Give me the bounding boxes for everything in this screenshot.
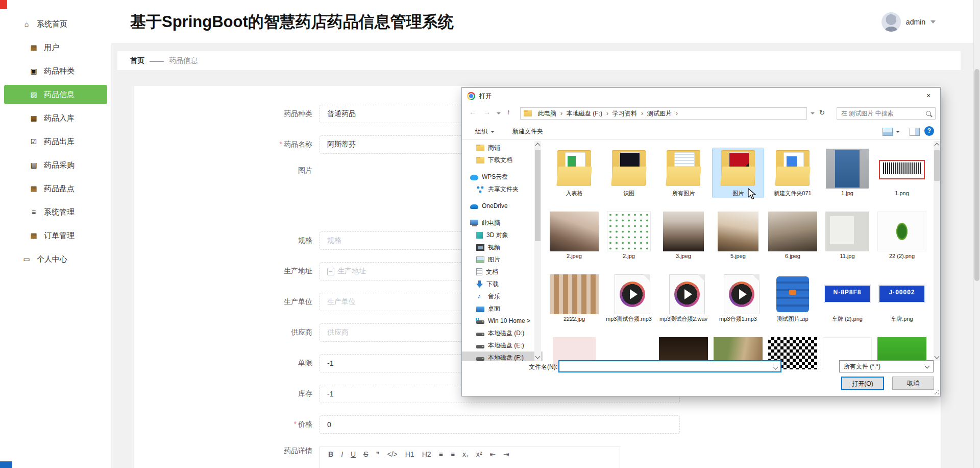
tree-item[interactable]: 商铺: [462, 142, 543, 154]
address-segment-chevron[interactable]: ›: [674, 110, 680, 117]
tree-item[interactable]: 本地磁盘 (D:): [462, 327, 543, 339]
address-segment-chevron[interactable]: ›: [604, 110, 610, 117]
editor-tool-button[interactable]: ≡: [439, 450, 443, 458]
forward-arrow-icon[interactable]: →: [483, 108, 491, 116]
tree-item[interactable]: Win 10 Home >: [462, 315, 543, 327]
address-segment-chevron[interactable]: ›: [639, 110, 645, 117]
address-segment-label[interactable]: 本地磁盘 (F:): [565, 109, 604, 118]
editor-tool-button[interactable]: ≡: [451, 450, 455, 458]
open-button[interactable]: 打开(O): [841, 377, 884, 390]
scrollbar-thumb[interactable]: [535, 150, 541, 241]
page-scrollbar[interactable]: [973, 0, 980, 468]
tree-item[interactable]: 视频: [462, 241, 543, 253]
tree-scrollbar[interactable]: [534, 141, 541, 361]
help-icon[interactable]: ?: [924, 126, 934, 136]
tree-item[interactable]: 3D 对象: [462, 229, 543, 241]
file-item[interactable]: 3.jpeg: [658, 211, 709, 261]
file-item[interactable]: mp3测试音频.mp3: [603, 274, 654, 323]
file-item[interactable]: mp3音频1.mp3: [713, 274, 764, 323]
file-item[interactable]: 11.jpg: [822, 211, 873, 261]
editor-tool-button[interactable]: x₁: [462, 450, 469, 458]
file-item[interactable]: J·00002 车牌.png: [876, 274, 927, 323]
tree-item[interactable]: 本地磁盘 (E:): [462, 339, 543, 352]
up-arrow-icon[interactable]: ↑: [507, 108, 510, 116]
thumbnail-view-icon[interactable]: [883, 128, 893, 136]
scroll-up-icon[interactable]: [935, 143, 940, 148]
file-item[interactable]: 新建文件夹071: [767, 148, 818, 198]
editor-tool-button[interactable]: B: [328, 450, 333, 458]
editor-tool-button[interactable]: x²: [476, 450, 482, 458]
tree-item[interactable]: 图片: [462, 253, 543, 266]
editor-tool-button[interactable]: ⇤: [489, 450, 496, 458]
breadcrumb-home[interactable]: 首页: [130, 56, 144, 65]
sidebar-item[interactable]: ▤ 药品采购: [4, 155, 107, 175]
address-dropdown-chevron-icon[interactable]: [811, 112, 815, 114]
file-item[interactable]: 1.png: [876, 148, 927, 198]
address-segment-chevron[interactable]: ›: [558, 110, 565, 117]
chevron-down-icon[interactable]: [773, 365, 778, 370]
tree-item[interactable]: 此电脑: [462, 217, 543, 229]
sidebar-item[interactable]: ▦ 药品入库: [4, 108, 107, 128]
preview-pane-icon[interactable]: [910, 128, 920, 136]
scroll-down-icon[interactable]: [935, 354, 940, 359]
close-icon[interactable]: ×: [923, 91, 934, 101]
user-menu[interactable]: admin: [881, 12, 936, 32]
address-bar[interactable]: 此电脑 › 本地磁盘 (F:) › 学习资料 › 测试图片 ›: [520, 107, 807, 120]
rich-text-editor[interactable]: BIUS”</>H1H2≡≡x₁x²⇤⇥: [320, 447, 620, 468]
editor-tool-button[interactable]: ⇥: [503, 450, 509, 458]
history-chevron-icon[interactable]: [497, 112, 501, 114]
file-item[interactable]: mp3测试音频2.wav: [658, 274, 709, 323]
dialog-titlebar[interactable]: 打开 ×: [462, 88, 940, 104]
back-arrow-icon[interactable]: ←: [469, 108, 476, 116]
file-item[interactable]: 2.jpg: [603, 211, 654, 261]
file-item[interactable]: 2222.jpg: [549, 274, 600, 323]
filetype-select[interactable]: 所有文件 (*.*): [839, 360, 934, 372]
address-segment-label[interactable]: 测试图片: [645, 109, 674, 118]
filename-input[interactable]: [558, 360, 781, 372]
sidebar-item[interactable]: ▨ 药品信息: [4, 85, 107, 104]
scroll-down-icon[interactable]: [535, 354, 541, 359]
sidebar-item[interactable]: ▦ 订单管理: [4, 226, 107, 245]
resize-grip[interactable]: [934, 390, 939, 395]
organize-button[interactable]: 组织: [475, 127, 495, 136]
file-item[interactable]: 6.jpeg: [767, 211, 818, 261]
sidebar-item[interactable]: ▣ 药品种类: [4, 61, 107, 81]
tree-item[interactable]: 桌面: [462, 302, 543, 315]
sidebar-item[interactable]: ▦ 用户: [4, 38, 107, 57]
address-segment-label[interactable]: 此电脑: [536, 109, 558, 118]
file-item[interactable]: 5.jpeg: [713, 211, 764, 261]
editor-tool-button[interactable]: U: [351, 450, 356, 458]
editor-tool-button[interactable]: I: [341, 450, 343, 458]
sidebar-item[interactable]: ▭ 个人中心: [4, 249, 107, 269]
scroll-up-icon[interactable]: [535, 143, 541, 148]
tree-item[interactable]: 共享文件夹: [462, 183, 543, 195]
avatar[interactable]: [881, 12, 901, 32]
tree-item[interactable]: WPS云盘: [462, 171, 543, 183]
editor-tool-button[interactable]: H1: [405, 450, 414, 458]
file-item[interactable]: 识图: [603, 148, 654, 198]
editor-tool-button[interactable]: H2: [422, 450, 431, 458]
tree-item[interactable]: OneDrive: [462, 200, 543, 212]
scrollbar-thumb[interactable]: [974, 69, 979, 281]
file-item[interactable]: 1.jpg: [822, 148, 873, 198]
chevron-down-icon[interactable]: [930, 20, 936, 24]
sidebar-item[interactable]: ⌂ 系统首页: [4, 14, 107, 34]
address-segment-label[interactable]: 学习资料: [610, 109, 639, 118]
file-item[interactable]: 2.jpeg: [549, 211, 600, 261]
editor-tool-button[interactable]: </>: [387, 450, 397, 458]
scrollbar-thumb[interactable]: [934, 150, 940, 181]
text-input[interactable]: 0: [320, 415, 680, 434]
file-list-scrollbar[interactable]: [934, 141, 940, 361]
file-item[interactable]: 22 (2).png: [876, 211, 927, 261]
file-item[interactable]: N·8P8F8 车牌 (2).png: [822, 274, 873, 323]
file-item[interactable]: 所有图片: [658, 148, 709, 198]
view-options-chevron-icon[interactable]: [896, 131, 900, 133]
tree-item[interactable]: 音乐: [462, 290, 543, 302]
cancel-button[interactable]: 取消: [892, 377, 934, 390]
sidebar-item[interactable]: ☑ 药品出库: [4, 132, 107, 151]
editor-tool-button[interactable]: ”: [376, 450, 379, 458]
tree-item[interactable]: 下载文档: [462, 154, 543, 166]
new-folder-button[interactable]: 新建文件夹: [512, 127, 543, 136]
sidebar-item[interactable]: ≡ 系统管理: [4, 202, 107, 222]
search-input[interactable]: 在 测试图片 中搜索: [837, 107, 936, 120]
